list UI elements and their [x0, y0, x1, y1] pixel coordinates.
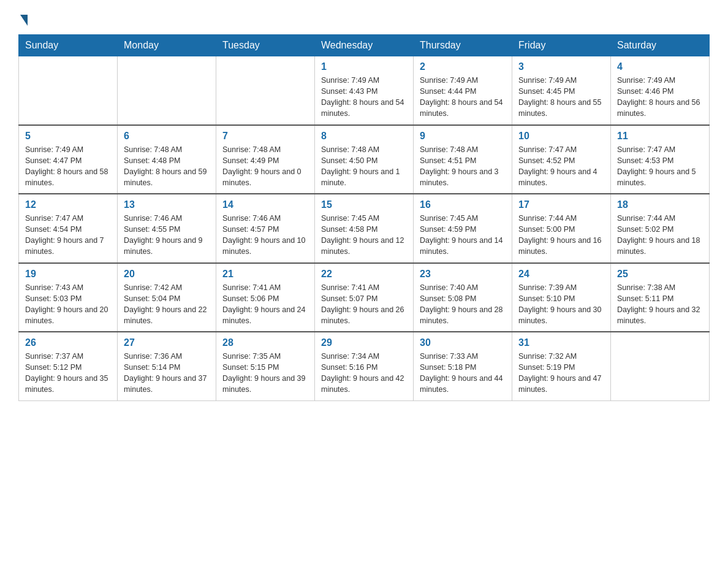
- day-number: 19: [25, 269, 111, 280]
- day-info: Sunrise: 7:47 AM Sunset: 4:52 PM Dayligh…: [518, 144, 604, 189]
- calendar-cell: [611, 332, 710, 400]
- day-info: Sunrise: 7:49 AM Sunset: 4:46 PM Dayligh…: [617, 75, 703, 120]
- day-info: Sunrise: 7:35 AM Sunset: 5:15 PM Dayligh…: [222, 351, 308, 396]
- calendar-cell: 13Sunrise: 7:46 AM Sunset: 4:55 PM Dayli…: [118, 194, 216, 263]
- day-info: Sunrise: 7:48 AM Sunset: 4:51 PM Dayligh…: [420, 144, 506, 189]
- calendar-cell: 14Sunrise: 7:46 AM Sunset: 4:57 PM Dayli…: [216, 194, 315, 263]
- day-info: Sunrise: 7:33 AM Sunset: 5:18 PM Dayligh…: [420, 351, 506, 396]
- day-number: 10: [518, 131, 604, 142]
- calendar-header-tuesday: Tuesday: [216, 35, 315, 56]
- day-info: Sunrise: 7:34 AM Sunset: 5:16 PM Dayligh…: [321, 351, 407, 396]
- day-info: Sunrise: 7:49 AM Sunset: 4:47 PM Dayligh…: [25, 144, 111, 189]
- day-number: 28: [222, 337, 308, 348]
- day-info: Sunrise: 7:47 AM Sunset: 4:54 PM Dayligh…: [25, 213, 111, 258]
- day-number: 4: [617, 61, 703, 72]
- calendar-week-row: 19Sunrise: 7:43 AM Sunset: 5:03 PM Dayli…: [19, 263, 710, 332]
- calendar-cell: 10Sunrise: 7:47 AM Sunset: 4:52 PM Dayli…: [512, 125, 611, 194]
- calendar-cell: 5Sunrise: 7:49 AM Sunset: 4:47 PM Daylig…: [19, 125, 118, 194]
- day-number: 23: [420, 269, 506, 280]
- day-number: 30: [420, 337, 506, 348]
- calendar-header-row: SundayMondayTuesdayWednesdayThursdayFrid…: [19, 35, 710, 56]
- day-info: Sunrise: 7:48 AM Sunset: 4:48 PM Dayligh…: [124, 144, 210, 189]
- day-info: Sunrise: 7:39 AM Sunset: 5:10 PM Dayligh…: [518, 282, 604, 327]
- day-info: Sunrise: 7:36 AM Sunset: 5:14 PM Dayligh…: [124, 351, 210, 396]
- calendar-cell: 8Sunrise: 7:48 AM Sunset: 4:50 PM Daylig…: [315, 125, 414, 194]
- calendar-cell: 2Sunrise: 7:49 AM Sunset: 4:44 PM Daylig…: [414, 56, 512, 125]
- calendar-week-row: 12Sunrise: 7:47 AM Sunset: 4:54 PM Dayli…: [19, 194, 710, 263]
- calendar-cell: 7Sunrise: 7:48 AM Sunset: 4:49 PM Daylig…: [216, 125, 315, 194]
- day-info: Sunrise: 7:49 AM Sunset: 4:45 PM Dayligh…: [518, 75, 604, 120]
- day-number: 15: [321, 199, 407, 210]
- calendar-cell: 3Sunrise: 7:49 AM Sunset: 4:45 PM Daylig…: [512, 56, 611, 125]
- day-info: Sunrise: 7:40 AM Sunset: 5:08 PM Dayligh…: [420, 282, 506, 327]
- calendar-cell: 20Sunrise: 7:42 AM Sunset: 5:04 PM Dayli…: [118, 263, 216, 332]
- calendar-cell: 1Sunrise: 7:49 AM Sunset: 4:43 PM Daylig…: [315, 56, 414, 125]
- calendar-cell: 19Sunrise: 7:43 AM Sunset: 5:03 PM Dayli…: [19, 263, 118, 332]
- calendar-cell: 24Sunrise: 7:39 AM Sunset: 5:10 PM Dayli…: [512, 263, 611, 332]
- calendar-header-sunday: Sunday: [19, 35, 118, 56]
- day-number: 27: [124, 337, 210, 348]
- day-info: Sunrise: 7:45 AM Sunset: 4:59 PM Dayligh…: [420, 213, 506, 258]
- day-info: Sunrise: 7:42 AM Sunset: 5:04 PM Dayligh…: [124, 282, 210, 327]
- calendar-cell: 9Sunrise: 7:48 AM Sunset: 4:51 PM Daylig…: [414, 125, 512, 194]
- day-info: Sunrise: 7:45 AM Sunset: 4:58 PM Dayligh…: [321, 213, 407, 258]
- day-number: 5: [25, 131, 111, 142]
- calendar-cell: 16Sunrise: 7:45 AM Sunset: 4:59 PM Dayli…: [414, 194, 512, 263]
- day-number: 22: [321, 269, 407, 280]
- day-number: 6: [124, 131, 210, 142]
- day-info: Sunrise: 7:48 AM Sunset: 4:50 PM Dayligh…: [321, 144, 407, 189]
- calendar-cell: 26Sunrise: 7:37 AM Sunset: 5:12 PM Dayli…: [19, 332, 118, 400]
- calendar-header-wednesday: Wednesday: [315, 35, 414, 56]
- day-number: 16: [420, 199, 506, 210]
- calendar-header-thursday: Thursday: [414, 35, 512, 56]
- calendar-header-saturday: Saturday: [611, 35, 710, 56]
- day-number: 17: [518, 199, 604, 210]
- calendar-cell: 21Sunrise: 7:41 AM Sunset: 5:06 PM Dayli…: [216, 263, 315, 332]
- calendar-cell: [216, 56, 315, 125]
- day-number: 31: [518, 337, 604, 348]
- day-number: 2: [420, 61, 506, 72]
- day-number: 11: [617, 131, 703, 142]
- logo: [18, 12, 28, 23]
- calendar-cell: 11Sunrise: 7:47 AM Sunset: 4:53 PM Dayli…: [611, 125, 710, 194]
- calendar-week-row: 1Sunrise: 7:49 AM Sunset: 4:43 PM Daylig…: [19, 56, 710, 125]
- calendar-header-friday: Friday: [512, 35, 611, 56]
- calendar-cell: 27Sunrise: 7:36 AM Sunset: 5:14 PM Dayli…: [118, 332, 216, 400]
- calendar-cell: [118, 56, 216, 125]
- calendar-cell: 22Sunrise: 7:41 AM Sunset: 5:07 PM Dayli…: [315, 263, 414, 332]
- day-number: 8: [321, 131, 407, 142]
- calendar-cell: 6Sunrise: 7:48 AM Sunset: 4:48 PM Daylig…: [118, 125, 216, 194]
- day-info: Sunrise: 7:46 AM Sunset: 4:57 PM Dayligh…: [222, 213, 308, 258]
- calendar-cell: 31Sunrise: 7:32 AM Sunset: 5:19 PM Dayli…: [512, 332, 611, 400]
- calendar-cell: 4Sunrise: 7:49 AM Sunset: 4:46 PM Daylig…: [611, 56, 710, 125]
- day-info: Sunrise: 7:47 AM Sunset: 4:53 PM Dayligh…: [617, 144, 703, 189]
- day-info: Sunrise: 7:44 AM Sunset: 5:00 PM Dayligh…: [518, 213, 604, 258]
- calendar-week-row: 5Sunrise: 7:49 AM Sunset: 4:47 PM Daylig…: [19, 125, 710, 194]
- calendar-cell: 12Sunrise: 7:47 AM Sunset: 4:54 PM Dayli…: [19, 194, 118, 263]
- day-number: 14: [222, 199, 308, 210]
- day-info: Sunrise: 7:32 AM Sunset: 5:19 PM Dayligh…: [518, 351, 604, 396]
- day-number: 20: [124, 269, 210, 280]
- calendar-cell: 15Sunrise: 7:45 AM Sunset: 4:58 PM Dayli…: [315, 194, 414, 263]
- day-number: 12: [25, 199, 111, 210]
- day-number: 7: [222, 131, 308, 142]
- calendar-cell: 25Sunrise: 7:38 AM Sunset: 5:11 PM Dayli…: [611, 263, 710, 332]
- day-info: Sunrise: 7:41 AM Sunset: 5:07 PM Dayligh…: [321, 282, 407, 327]
- day-number: 9: [420, 131, 506, 142]
- calendar-week-row: 26Sunrise: 7:37 AM Sunset: 5:12 PM Dayli…: [19, 332, 710, 400]
- day-number: 1: [321, 61, 407, 72]
- calendar-cell: 28Sunrise: 7:35 AM Sunset: 5:15 PM Dayli…: [216, 332, 315, 400]
- day-number: 21: [222, 269, 308, 280]
- day-info: Sunrise: 7:41 AM Sunset: 5:06 PM Dayligh…: [222, 282, 308, 327]
- calendar-cell: 23Sunrise: 7:40 AM Sunset: 5:08 PM Dayli…: [414, 263, 512, 332]
- day-info: Sunrise: 7:44 AM Sunset: 5:02 PM Dayligh…: [617, 213, 703, 258]
- page-header: [18, 12, 710, 23]
- day-number: 25: [617, 269, 703, 280]
- calendar-cell: [19, 56, 118, 125]
- calendar-table: SundayMondayTuesdayWednesdayThursdayFrid…: [18, 34, 710, 401]
- day-info: Sunrise: 7:37 AM Sunset: 5:12 PM Dayligh…: [25, 351, 111, 396]
- calendar-cell: 30Sunrise: 7:33 AM Sunset: 5:18 PM Dayli…: [414, 332, 512, 400]
- day-number: 3: [518, 61, 604, 72]
- day-number: 29: [321, 337, 407, 348]
- day-info: Sunrise: 7:43 AM Sunset: 5:03 PM Dayligh…: [25, 282, 111, 327]
